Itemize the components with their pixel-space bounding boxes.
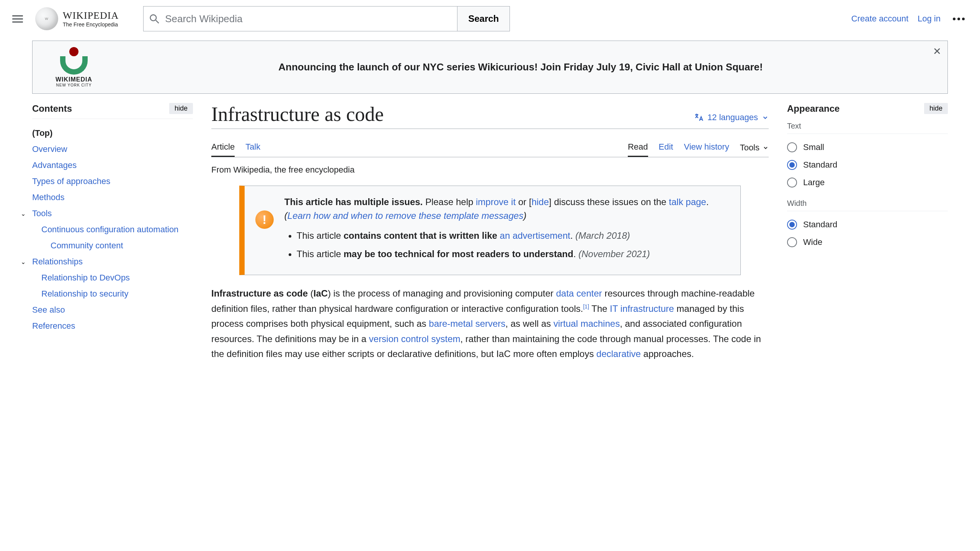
search-input[interactable] — [143, 6, 457, 31]
link-data-center[interactable]: data center — [556, 288, 602, 298]
tab-talk[interactable]: Talk — [245, 138, 260, 157]
create-account-link[interactable]: Create account — [851, 14, 908, 24]
warning-icon: ! — [255, 210, 274, 229]
toc-link[interactable]: References — [32, 321, 75, 331]
chevron-down-icon — [763, 145, 769, 151]
chevron-down-icon — [762, 114, 769, 121]
talk-page-link[interactable]: talk page — [669, 197, 706, 207]
learn-remove-templates-link[interactable]: Learn how and when to remove these templ… — [287, 210, 523, 221]
toc-item[interactable]: Methods — [32, 189, 193, 205]
toc-item[interactable]: (Top) — [32, 125, 193, 141]
banner-message[interactable]: Announcing the launch of our NYC series … — [105, 52, 937, 82]
svg-line-1 — [156, 20, 159, 23]
text-size-option[interactable]: Large — [787, 174, 948, 191]
appearance-hide-button[interactable]: hide — [924, 103, 948, 114]
toc-link[interactable]: Types of approaches — [32, 176, 110, 186]
toc-item[interactable]: References — [32, 318, 193, 334]
toc-hide-button[interactable]: hide — [169, 103, 193, 114]
appearance-title: Appearance — [787, 103, 840, 114]
radio-icon — [787, 237, 797, 247]
toc-link[interactable]: Continuous configuration automation — [41, 225, 178, 234]
radio-icon — [787, 160, 797, 170]
close-icon[interactable]: ✕ — [933, 46, 941, 57]
tab-edit[interactable]: Edit — [659, 138, 673, 157]
language-selector[interactable]: 12 languages — [694, 112, 769, 126]
toc-item[interactable]: Relationship to security — [32, 286, 193, 302]
table-of-contents: Contents hide (Top)OverviewAdvantagesTyp… — [32, 103, 193, 362]
toc-item[interactable]: Relationship to DevOps — [32, 270, 193, 286]
toc-link[interactable]: See also — [32, 305, 65, 315]
toc-link[interactable]: Methods — [32, 192, 64, 202]
text-size-option[interactable]: Small — [787, 139, 948, 156]
toc-link[interactable]: Relationships — [32, 257, 83, 266]
link-vcs[interactable]: version control system — [369, 334, 461, 344]
site-header: W WIKIPEDIA The Free Encyclopedia Search… — [0, 0, 980, 37]
page-tabs: Article Talk Read Edit View history Tool… — [211, 138, 769, 157]
main-menu-button[interactable] — [12, 12, 26, 26]
width-option[interactable]: Standard — [787, 216, 948, 233]
issue-advertisement: This article contains content that is wr… — [297, 229, 730, 243]
search-button[interactable]: Search — [457, 6, 510, 31]
toc-link[interactable]: Overview — [32, 144, 67, 154]
toc-link[interactable]: Community content — [51, 241, 123, 250]
search-form: Search — [143, 6, 510, 31]
site-name: WIKIPEDIA — [63, 10, 119, 21]
login-link[interactable]: Log in — [918, 14, 941, 24]
toc-item[interactable]: Community content — [32, 238, 193, 254]
ref-1[interactable]: [1] — [583, 303, 589, 310]
radio-icon — [787, 220, 797, 230]
toc-item[interactable]: Advantages — [32, 157, 193, 173]
link-virtual-machines[interactable]: virtual machines — [554, 318, 620, 329]
toc-title: Contents — [32, 103, 72, 114]
improve-it-link[interactable]: improve it — [476, 197, 516, 207]
toc-item[interactable]: See also — [32, 302, 193, 318]
appearance-panel: Appearance hide Text SmallStandardLarge … — [787, 103, 948, 362]
width-label: Width — [787, 199, 948, 211]
page-subtitle: From Wikipedia, the free encyclopedia — [211, 165, 769, 175]
link-bare-metal[interactable]: bare-metal servers — [429, 318, 505, 329]
radio-icon — [787, 142, 797, 152]
multiple-issues-box: ! This article has multiple issues. Plea… — [239, 186, 741, 275]
svg-point-0 — [150, 15, 157, 21]
lead-paragraph: Infrastructure as code (IaC) is the proc… — [211, 286, 769, 362]
announcement-banner: WIKIMEDIA NEW YORK CITY Announcing the l… — [32, 41, 948, 94]
article-body: Infrastructure as code 12 languages Arti… — [211, 103, 769, 362]
tab-read[interactable]: Read — [628, 138, 648, 157]
link-declarative[interactable]: declarative — [596, 349, 641, 359]
chevron-down-icon[interactable]: ⌄ — [21, 258, 26, 266]
toc-link[interactable]: Advantages — [32, 160, 77, 170]
toc-item[interactable]: Continuous configuration automation — [32, 222, 193, 238]
text-size-label: Text — [787, 122, 948, 134]
toc-link[interactable]: Relationship to DevOps — [41, 273, 130, 282]
toc-link[interactable]: Relationship to security — [41, 289, 128, 298]
page-title: Infrastructure as code — [211, 103, 384, 126]
link-it-infrastructure[interactable]: IT infrastructure — [610, 303, 674, 314]
text-size-option[interactable]: Standard — [787, 156, 948, 174]
wikipedia-globe-icon: W — [35, 7, 58, 30]
toc-item[interactable]: Overview — [32, 141, 193, 157]
chevron-down-icon[interactable]: ⌄ — [21, 210, 26, 217]
language-icon — [694, 112, 704, 122]
issue-too-technical: This article may be too technical for mo… — [297, 247, 730, 261]
toc-item[interactable]: ⌄Relationships — [32, 254, 193, 270]
tab-history[interactable]: View history — [684, 138, 729, 157]
toc-item[interactable]: ⌄Tools — [32, 205, 193, 222]
toc-item[interactable]: Types of approaches — [32, 173, 193, 189]
more-options-button[interactable] — [950, 15, 968, 23]
site-logo[interactable]: W WIKIPEDIA The Free Encyclopedia — [35, 7, 119, 30]
wikimedia-nyc-logo: WIKIMEDIA NEW YORK CITY — [43, 47, 105, 87]
radio-icon — [787, 178, 797, 187]
toc-link[interactable]: Tools — [32, 209, 52, 218]
search-icon — [149, 14, 159, 24]
site-tagline: The Free Encyclopedia — [63, 21, 119, 28]
width-option[interactable]: Wide — [787, 233, 948, 251]
tab-article[interactable]: Article — [211, 138, 235, 157]
tools-menu[interactable]: Tools — [740, 138, 769, 157]
hide-issues-link[interactable]: hide — [531, 197, 549, 207]
advertisement-link[interactable]: an advertisement — [500, 230, 570, 241]
